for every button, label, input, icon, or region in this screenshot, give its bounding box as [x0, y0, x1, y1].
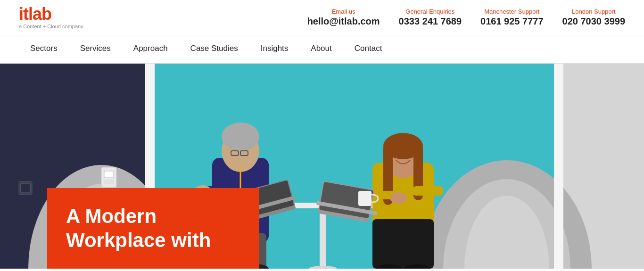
svg-rect-40 — [358, 191, 372, 206]
svg-rect-12 — [554, 64, 563, 269]
general-enquiries-number: 0333 241 7689 — [399, 16, 462, 27]
hero-headline: A Modern Workplace with — [66, 205, 240, 252]
svg-point-18 — [222, 123, 259, 151]
nav-case-studies[interactable]: Case Studies — [179, 35, 249, 63]
nav-contact[interactable]: Contact — [343, 35, 394, 63]
general-enquiries-contact[interactable]: General Enquiries 0333 241 7689 — [399, 8, 462, 27]
svg-rect-35 — [413, 186, 443, 196]
logo-text: itlab — [19, 6, 83, 23]
nav-sectors[interactable]: Sectors — [19, 35, 69, 63]
london-support-contact[interactable]: London Support 020 7030 3999 — [562, 8, 625, 27]
svg-rect-50 — [21, 183, 30, 193]
hero-section: A Modern Workplace with — [0, 64, 644, 269]
nav-insights[interactable]: Insights — [249, 35, 300, 63]
manchester-number: 0161 925 7777 — [480, 16, 543, 27]
hero-text-box: A Modern Workplace with — [47, 188, 259, 269]
hero-headline-line1: A Modern — [66, 205, 157, 227]
email-label: Email us — [332, 8, 355, 15]
email-value: hello@itlab.com — [307, 16, 380, 27]
svg-rect-52 — [104, 171, 114, 178]
nav-about[interactable]: About — [299, 35, 343, 63]
logo-tagline: a Content + Cloud company — [19, 24, 83, 29]
email-contact[interactable]: Email us hello@itlab.com — [307, 8, 380, 27]
manchester-support-contact[interactable]: Manchester Support 0161 925 7777 — [480, 8, 543, 27]
nav-services[interactable]: Services — [69, 35, 122, 63]
nav-approach[interactable]: Approach — [122, 35, 179, 63]
general-enquiries-label: General Enquiries — [405, 8, 454, 15]
london-label: London Support — [572, 8, 616, 15]
contact-area: Email us hello@itlab.com General Enquiri… — [307, 8, 625, 27]
svg-point-36 — [390, 192, 407, 204]
hero-headline-line2: Workplace with — [66, 229, 211, 251]
logo[interactable]: itlab a Content + Cloud company — [19, 6, 83, 29]
manchester-label: Manchester Support — [484, 8, 539, 15]
svg-rect-14 — [320, 208, 326, 269]
london-number: 020 7030 3999 — [562, 16, 625, 27]
site-header: itlab a Content + Cloud company Email us… — [0, 0, 644, 35]
main-nav: Sectors Services Approach Case Studies I… — [0, 35, 644, 64]
svg-rect-53 — [104, 180, 114, 184]
